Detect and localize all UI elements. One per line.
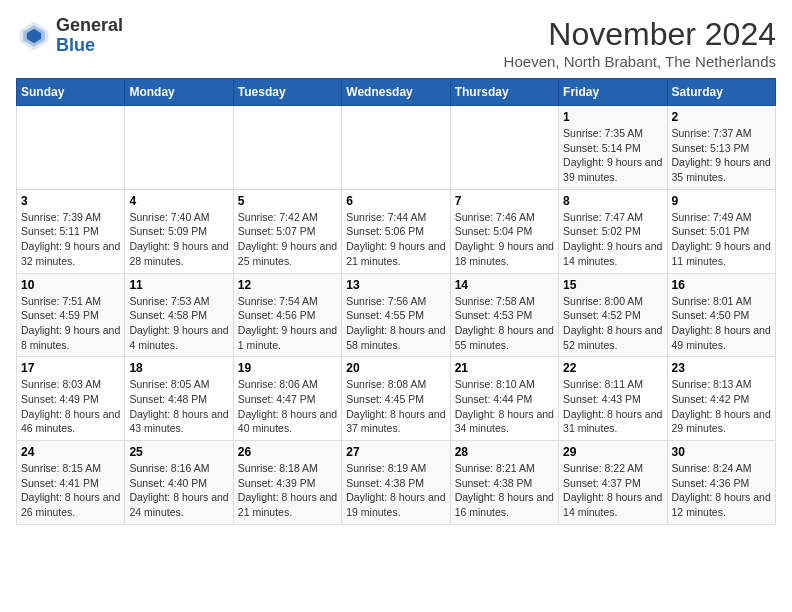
day-number: 22: [563, 361, 662, 375]
day-cell: 4Sunrise: 7:40 AMSunset: 5:09 PMDaylight…: [125, 189, 233, 273]
day-cell: 6Sunrise: 7:44 AMSunset: 5:06 PMDaylight…: [342, 189, 450, 273]
calendar-body: 1Sunrise: 7:35 AMSunset: 5:14 PMDaylight…: [17, 106, 776, 525]
day-number: 28: [455, 445, 554, 459]
day-number: 23: [672, 361, 771, 375]
week-row-5: 24Sunrise: 8:15 AMSunset: 4:41 PMDayligh…: [17, 441, 776, 525]
weekday-header-friday: Friday: [559, 79, 667, 106]
day-number: 14: [455, 278, 554, 292]
day-cell: 23Sunrise: 8:13 AMSunset: 4:42 PMDayligh…: [667, 357, 775, 441]
logo-icon: [16, 18, 52, 54]
day-cell: 11Sunrise: 7:53 AMSunset: 4:58 PMDayligh…: [125, 273, 233, 357]
day-cell: 22Sunrise: 8:11 AMSunset: 4:43 PMDayligh…: [559, 357, 667, 441]
day-cell: [17, 106, 125, 190]
day-cell: 15Sunrise: 8:00 AMSunset: 4:52 PMDayligh…: [559, 273, 667, 357]
day-cell: 7Sunrise: 7:46 AMSunset: 5:04 PMDaylight…: [450, 189, 558, 273]
day-info: Sunrise: 8:03 AMSunset: 4:49 PMDaylight:…: [21, 377, 120, 436]
day-number: 27: [346, 445, 445, 459]
title-block: November 2024 Hoeven, North Brabant, The…: [504, 16, 776, 70]
day-cell: 28Sunrise: 8:21 AMSunset: 4:38 PMDayligh…: [450, 441, 558, 525]
day-number: 18: [129, 361, 228, 375]
day-info: Sunrise: 8:21 AMSunset: 4:38 PMDaylight:…: [455, 461, 554, 520]
day-info: Sunrise: 7:42 AMSunset: 5:07 PMDaylight:…: [238, 210, 337, 269]
day-info: Sunrise: 7:54 AMSunset: 4:56 PMDaylight:…: [238, 294, 337, 353]
page-header: General Blue November 2024 Hoeven, North…: [16, 16, 776, 70]
day-number: 16: [672, 278, 771, 292]
day-number: 4: [129, 194, 228, 208]
day-cell: 3Sunrise: 7:39 AMSunset: 5:11 PMDaylight…: [17, 189, 125, 273]
day-cell: [233, 106, 341, 190]
day-number: 3: [21, 194, 120, 208]
day-info: Sunrise: 8:13 AMSunset: 4:42 PMDaylight:…: [672, 377, 771, 436]
day-info: Sunrise: 8:01 AMSunset: 4:50 PMDaylight:…: [672, 294, 771, 353]
weekday-header-tuesday: Tuesday: [233, 79, 341, 106]
calendar-table: SundayMondayTuesdayWednesdayThursdayFrid…: [16, 78, 776, 525]
day-cell: 13Sunrise: 7:56 AMSunset: 4:55 PMDayligh…: [342, 273, 450, 357]
day-info: Sunrise: 8:18 AMSunset: 4:39 PMDaylight:…: [238, 461, 337, 520]
day-number: 7: [455, 194, 554, 208]
day-number: 6: [346, 194, 445, 208]
day-info: Sunrise: 7:46 AMSunset: 5:04 PMDaylight:…: [455, 210, 554, 269]
day-number: 29: [563, 445, 662, 459]
day-info: Sunrise: 7:47 AMSunset: 5:02 PMDaylight:…: [563, 210, 662, 269]
day-cell: 2Sunrise: 7:37 AMSunset: 5:13 PMDaylight…: [667, 106, 775, 190]
day-cell: 16Sunrise: 8:01 AMSunset: 4:50 PMDayligh…: [667, 273, 775, 357]
day-info: Sunrise: 7:58 AMSunset: 4:53 PMDaylight:…: [455, 294, 554, 353]
weekday-header-wednesday: Wednesday: [342, 79, 450, 106]
day-cell: [125, 106, 233, 190]
location-subtitle: Hoeven, North Brabant, The Netherlands: [504, 53, 776, 70]
day-cell: 27Sunrise: 8:19 AMSunset: 4:38 PMDayligh…: [342, 441, 450, 525]
month-title: November 2024: [504, 16, 776, 53]
day-cell: 17Sunrise: 8:03 AMSunset: 4:49 PMDayligh…: [17, 357, 125, 441]
day-number: 17: [21, 361, 120, 375]
day-cell: 1Sunrise: 7:35 AMSunset: 5:14 PMDaylight…: [559, 106, 667, 190]
day-info: Sunrise: 8:19 AMSunset: 4:38 PMDaylight:…: [346, 461, 445, 520]
day-cell: 14Sunrise: 7:58 AMSunset: 4:53 PMDayligh…: [450, 273, 558, 357]
day-cell: 9Sunrise: 7:49 AMSunset: 5:01 PMDaylight…: [667, 189, 775, 273]
weekday-header-monday: Monday: [125, 79, 233, 106]
day-cell: [450, 106, 558, 190]
day-cell: 10Sunrise: 7:51 AMSunset: 4:59 PMDayligh…: [17, 273, 125, 357]
day-info: Sunrise: 7:53 AMSunset: 4:58 PMDaylight:…: [129, 294, 228, 353]
day-cell: 26Sunrise: 8:18 AMSunset: 4:39 PMDayligh…: [233, 441, 341, 525]
day-number: 15: [563, 278, 662, 292]
day-cell: 29Sunrise: 8:22 AMSunset: 4:37 PMDayligh…: [559, 441, 667, 525]
day-info: Sunrise: 7:56 AMSunset: 4:55 PMDaylight:…: [346, 294, 445, 353]
day-info: Sunrise: 8:08 AMSunset: 4:45 PMDaylight:…: [346, 377, 445, 436]
day-cell: 12Sunrise: 7:54 AMSunset: 4:56 PMDayligh…: [233, 273, 341, 357]
day-info: Sunrise: 8:22 AMSunset: 4:37 PMDaylight:…: [563, 461, 662, 520]
day-info: Sunrise: 8:06 AMSunset: 4:47 PMDaylight:…: [238, 377, 337, 436]
day-number: 5: [238, 194, 337, 208]
day-cell: 25Sunrise: 8:16 AMSunset: 4:40 PMDayligh…: [125, 441, 233, 525]
weekday-header-saturday: Saturday: [667, 79, 775, 106]
day-info: Sunrise: 8:00 AMSunset: 4:52 PMDaylight:…: [563, 294, 662, 353]
day-number: 8: [563, 194, 662, 208]
week-row-3: 10Sunrise: 7:51 AMSunset: 4:59 PMDayligh…: [17, 273, 776, 357]
day-cell: [342, 106, 450, 190]
day-info: Sunrise: 7:49 AMSunset: 5:01 PMDaylight:…: [672, 210, 771, 269]
day-number: 30: [672, 445, 771, 459]
logo: General Blue: [16, 16, 123, 56]
day-info: Sunrise: 8:24 AMSunset: 4:36 PMDaylight:…: [672, 461, 771, 520]
day-number: 12: [238, 278, 337, 292]
day-cell: 8Sunrise: 7:47 AMSunset: 5:02 PMDaylight…: [559, 189, 667, 273]
day-number: 9: [672, 194, 771, 208]
day-info: Sunrise: 7:44 AMSunset: 5:06 PMDaylight:…: [346, 210, 445, 269]
day-number: 11: [129, 278, 228, 292]
day-cell: 21Sunrise: 8:10 AMSunset: 4:44 PMDayligh…: [450, 357, 558, 441]
day-number: 26: [238, 445, 337, 459]
day-number: 20: [346, 361, 445, 375]
week-row-2: 3Sunrise: 7:39 AMSunset: 5:11 PMDaylight…: [17, 189, 776, 273]
day-cell: 18Sunrise: 8:05 AMSunset: 4:48 PMDayligh…: [125, 357, 233, 441]
day-info: Sunrise: 8:15 AMSunset: 4:41 PMDaylight:…: [21, 461, 120, 520]
day-info: Sunrise: 8:16 AMSunset: 4:40 PMDaylight:…: [129, 461, 228, 520]
week-row-4: 17Sunrise: 8:03 AMSunset: 4:49 PMDayligh…: [17, 357, 776, 441]
day-cell: 30Sunrise: 8:24 AMSunset: 4:36 PMDayligh…: [667, 441, 775, 525]
day-number: 25: [129, 445, 228, 459]
logo-text: General Blue: [56, 16, 123, 56]
day-number: 1: [563, 110, 662, 124]
day-number: 10: [21, 278, 120, 292]
day-info: Sunrise: 7:35 AMSunset: 5:14 PMDaylight:…: [563, 126, 662, 185]
day-cell: 5Sunrise: 7:42 AMSunset: 5:07 PMDaylight…: [233, 189, 341, 273]
day-info: Sunrise: 8:10 AMSunset: 4:44 PMDaylight:…: [455, 377, 554, 436]
day-cell: 24Sunrise: 8:15 AMSunset: 4:41 PMDayligh…: [17, 441, 125, 525]
